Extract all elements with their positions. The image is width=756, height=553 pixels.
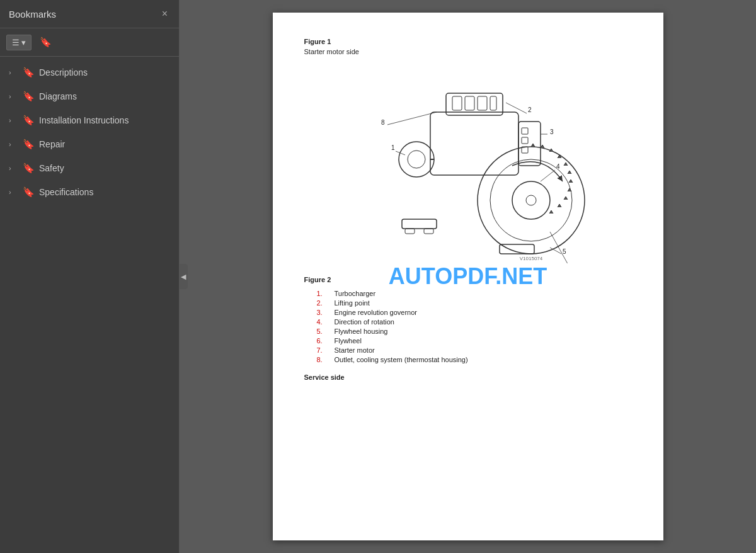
svg-line-15 [541, 170, 555, 181]
chevron-right-icon: › [9, 140, 18, 148]
figure1-label: Figure 1 [304, 38, 632, 45]
list-item: 7.Starter motor [317, 346, 632, 354]
svg-rect-27 [500, 244, 534, 254]
svg-point-21 [408, 151, 425, 168]
part-number: 7. [317, 346, 329, 354]
sidebar-header: Bookmarks × [0, 0, 179, 28]
bookmark-icon: 🔖 [23, 162, 34, 174]
bookmark-icon-button[interactable]: 🔖 [35, 33, 56, 51]
svg-point-17 [490, 159, 572, 241]
svg-text:8: 8 [381, 119, 385, 126]
pdf-page: Figure 1 Starter motor side 2 [273, 13, 663, 540]
sidebar-toolbar: ☰ ▾ 🔖 [0, 28, 179, 57]
svg-rect-25 [405, 229, 415, 234]
svg-point-19 [526, 195, 536, 205]
svg-line-34 [387, 112, 437, 125]
pdf-viewport[interactable]: Figure 1 Starter motor side 2 [180, 0, 756, 553]
svg-text:5: 5 [563, 248, 566, 255]
svg-text:V1015074: V1015074 [519, 256, 542, 261]
chevron-right-icon: › [9, 93, 18, 100]
list-item: 8.Outlet, cooling system (thermostat hou… [317, 356, 632, 363]
part-description: Direction of rotation [335, 318, 394, 326]
bookmark-icon: 🔖 [23, 67, 34, 78]
svg-rect-3 [465, 96, 474, 110]
part-description: Outlet, cooling system (thermostat housi… [335, 356, 468, 363]
dropdown-arrow-icon: ▾ [21, 38, 26, 47]
parts-list: 1.Turbocharger2.Lifting point3.Engine re… [317, 290, 632, 363]
bookmark-list: › 🔖 Descriptions › 🔖 Diagrams › 🔖 Instal… [0, 57, 179, 553]
bookmark-label: Descriptions [39, 67, 170, 77]
svg-rect-2 [452, 96, 462, 110]
list-item: 6.Flywheel [317, 337, 632, 345]
sidebar-title: Bookmarks [9, 9, 56, 20]
list-view-button[interactable]: ☰ ▾ [6, 35, 32, 50]
part-description: Flywheel housing [335, 328, 388, 335]
bookmark-label: Diagrams [39, 91, 170, 101]
bookmark-item-specifications[interactable]: › 🔖 Specifications [0, 180, 179, 204]
bookmarks-sidebar: Bookmarks × ☰ ▾ 🔖 › 🔖 Descriptions › 🔖 D… [0, 0, 180, 553]
svg-text:1: 1 [391, 144, 395, 151]
part-number: 8. [317, 356, 329, 363]
svg-rect-26 [424, 229, 433, 234]
bookmark-item-installation-instructions[interactable]: › 🔖 Installation Instructions [0, 108, 179, 132]
chevron-right-icon: › [9, 188, 18, 196]
part-number: 4. [317, 318, 329, 326]
bookmark-item-safety[interactable]: › 🔖 Safety [0, 156, 179, 180]
bookmark-item-descriptions[interactable]: › 🔖 Descriptions [0, 60, 179, 84]
chevron-right-icon: › [9, 164, 18, 172]
collapse-handle[interactable]: ◀ [179, 264, 188, 289]
chevron-right-icon: › [9, 117, 18, 124]
svg-rect-10 [522, 137, 528, 144]
list-item: 1.Turbocharger [317, 290, 632, 297]
svg-rect-5 [490, 96, 496, 110]
bookmark-icon: 🔖 [23, 115, 34, 126]
svg-text:3: 3 [550, 128, 554, 135]
svg-rect-0 [430, 112, 518, 175]
bookmark-item-diagrams[interactable]: › 🔖 Diagrams [0, 84, 179, 108]
svg-rect-9 [522, 128, 528, 134]
svg-line-31 [550, 232, 570, 263]
list-item: 5.Flywheel housing [317, 328, 632, 335]
part-number: 5. [317, 328, 329, 335]
bookmark-icon: 🔖 [23, 186, 34, 198]
pdf-viewer: Figure 1 Starter motor side 2 [180, 0, 756, 553]
svg-point-16 [478, 147, 585, 254]
svg-rect-4 [478, 96, 487, 110]
svg-line-29 [550, 248, 561, 254]
part-description: Lifting point [335, 299, 370, 307]
bookmark-label: Repair [39, 139, 170, 149]
list-item: 3.Engine revolution governor [317, 309, 632, 316]
list-item: 4.Direction of rotation [317, 318, 632, 326]
bookmark-icon: 🔖 [40, 37, 52, 47]
bookmark-label: Installation Instructions [39, 115, 170, 125]
list-item: 2.Lifting point [317, 299, 632, 307]
bookmark-icon: 🔖 [23, 139, 34, 150]
figure1-subtitle: Starter motor side [304, 48, 632, 55]
part-number: 6. [317, 337, 329, 345]
part-number: 1. [317, 290, 329, 297]
part-description: Flywheel [335, 337, 362, 345]
svg-point-20 [399, 142, 434, 177]
bookmark-icon: 🔖 [23, 91, 34, 102]
engine-diagram-container: 2 3 4 [304, 62, 632, 263]
engine-diagram-svg: 2 3 4 [348, 62, 588, 263]
part-description: Starter motor [335, 346, 375, 354]
svg-text:4: 4 [556, 163, 560, 170]
svg-text:2: 2 [528, 106, 532, 113]
svg-rect-24 [402, 219, 437, 229]
figure2-label: Figure 2 [304, 276, 632, 283]
part-description: Engine revolution governor [335, 309, 417, 316]
bookmark-item-repair[interactable]: › 🔖 Repair [0, 132, 179, 156]
part-description: Turbocharger [335, 290, 376, 297]
part-number: 3. [317, 309, 329, 316]
part-number: 2. [317, 299, 329, 307]
chevron-right-icon: › [9, 69, 18, 76]
svg-point-18 [512, 181, 550, 219]
close-button[interactable]: × [159, 8, 170, 20]
list-view-icon: ☰ [12, 38, 20, 47]
bookmark-label: Specifications [39, 187, 170, 197]
service-side-label: Service side [304, 373, 632, 381]
bookmark-label: Safety [39, 163, 170, 173]
